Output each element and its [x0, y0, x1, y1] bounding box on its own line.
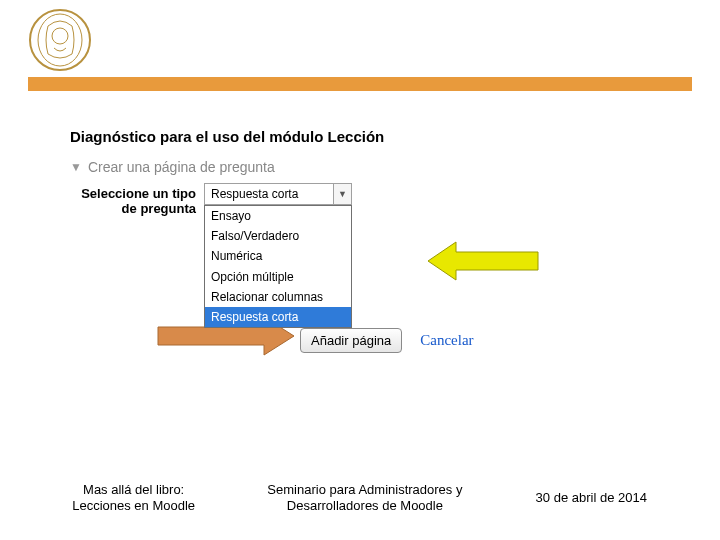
section-label: Crear una página de pregunta — [88, 159, 275, 175]
footer-mid: Seminario para Administradores y Desarro… — [217, 482, 512, 515]
add-page-button[interactable]: Añadir página — [300, 328, 402, 353]
footer-right: 30 de abril de 2014 — [513, 490, 670, 506]
footer-date: 30 de abril de 2014 — [513, 490, 670, 506]
institution-logo — [28, 6, 92, 74]
section-header: ▼ Crear una página de pregunta — [70, 159, 630, 175]
page-title: Diagnóstico para el uso del módulo Lecci… — [70, 128, 630, 145]
question-type-selected: Respuesta corta — [205, 187, 333, 201]
dropdown-option[interactable]: Ensayo — [205, 206, 351, 226]
dropdown-arrow-icon: ▼ — [333, 184, 351, 204]
dropdown-option[interactable]: Respuesta corta — [205, 307, 351, 327]
svg-point-0 — [30, 10, 90, 70]
footer-left: Mas allá del libro: Lecciones en Moodle — [50, 482, 217, 515]
footer-left-line1: Mas allá del libro: — [50, 482, 217, 498]
dropdown-option[interactable]: Numérica — [205, 246, 351, 266]
footer-left-line2: Lecciones en Moodle — [50, 498, 217, 514]
footer-mid-line2: Desarrolladores de Moodle — [217, 498, 512, 514]
accent-bar — [28, 77, 692, 91]
field-label-question-type: Seleccione un tipo de pregunta — [70, 183, 204, 217]
dropdown-option[interactable]: Falso/Verdadero — [205, 226, 351, 246]
footer: Mas allá del libro: Lecciones en Moodle … — [0, 482, 720, 515]
dropdown-option[interactable]: Opción múltiple — [205, 267, 351, 287]
question-type-dropdown[interactable]: Ensayo Falso/Verdadero Numérica Opción m… — [204, 205, 352, 328]
cancel-link[interactable]: Cancelar — [420, 332, 473, 349]
footer-mid-line1: Seminario para Administradores y — [217, 482, 512, 498]
dropdown-option[interactable]: Relacionar columnas — [205, 287, 351, 307]
question-type-select[interactable]: Respuesta corta ▼ — [204, 183, 352, 205]
highlight-arrow-left-icon — [428, 240, 540, 282]
svg-point-2 — [52, 28, 68, 44]
svg-marker-3 — [428, 242, 538, 280]
chevron-down-icon: ▼ — [70, 160, 82, 174]
